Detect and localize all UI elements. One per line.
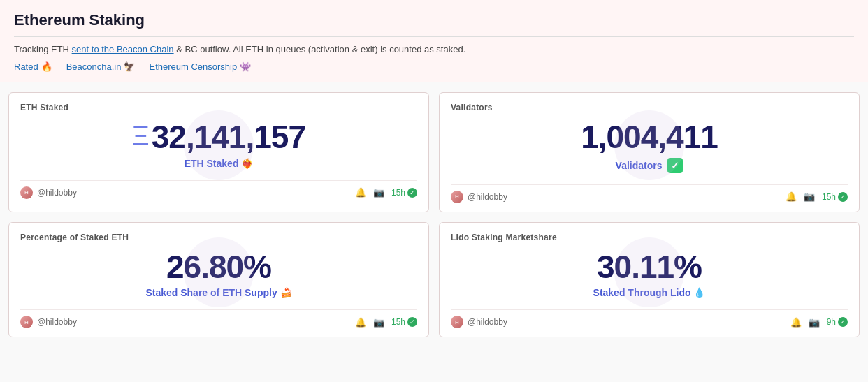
avatar: H (451, 191, 463, 203)
bell-icon[interactable]: 🔔 (355, 316, 366, 328)
beacon-chain-link[interactable]: sent to the Beacon Chain (72, 44, 174, 54)
time-value: 9h (827, 317, 836, 327)
censorship-link[interactable]: Ethereum Censorship 👾 (149, 61, 251, 72)
links-row: Rated 🔥 Beaconcha.in 🦅 Ethereum Censorsh… (14, 61, 854, 72)
time-value: 15h (391, 188, 405, 198)
lido-label: Lido Staking Marketshare (451, 233, 848, 242)
lido-footer-right: 🔔 📷 9h ✓ (790, 316, 848, 328)
time-badge: 15h ✓ (822, 192, 848, 202)
header-section: Ethereum Staking Tracking ETH sent to th… (0, 0, 868, 82)
eth-staked-value: Ξ 32,141,157 (20, 119, 417, 155)
avatar: H (20, 316, 33, 328)
staked-pct-value: 26.80% (20, 249, 417, 285)
tracking-pre: Tracking ETH (14, 44, 72, 54)
avatar: H (20, 186, 33, 199)
lido-sub-label: Staked Through Lido 💧 (451, 287, 848, 298)
lido-value: 30.11% (451, 249, 848, 285)
staked-pct-number: 26.80% (166, 249, 271, 285)
beaconchain-link[interactable]: Beaconcha.in 🦅 (66, 61, 136, 72)
bell-icon[interactable]: 🔔 (790, 316, 802, 328)
header-divider (14, 36, 854, 37)
lido-footer: H @hildobby 🔔 📷 9h ✓ (451, 309, 848, 328)
eth-staked-footer: H @hildobby 🔔 📷 15h ✓ (20, 180, 417, 199)
eth-staked-label: ETH Staked (20, 103, 417, 112)
camera-icon[interactable]: 📷 (373, 187, 384, 198)
camera-icon[interactable]: 📷 (809, 316, 820, 328)
staked-pct-footer: H @hildobby 🔔 📷 15h ✓ (20, 309, 417, 328)
check-icon: ✓ (407, 188, 417, 198)
beaconchain-label: Beaconcha.in (66, 61, 122, 72)
eth-staked-emoji: ❤️‍🔥 (241, 158, 253, 169)
lido-emoji: 💧 (693, 287, 705, 298)
lido-card: Lido Staking Marketshare 30.11% Staked T… (439, 222, 860, 338)
lido-number: 30.11% (597, 249, 702, 285)
bell-icon[interactable]: 🔔 (355, 187, 366, 198)
time-badge: 15h ✓ (391, 317, 417, 327)
eth-staked-number: 32,141,157 (152, 119, 305, 155)
check-icon: ✓ (838, 192, 848, 202)
beaconchain-icon: 🦅 (124, 61, 135, 72)
eth-staked-sub-label: ETH Staked ❤️‍🔥 (20, 158, 417, 169)
rated-icon: 🔥 (41, 61, 52, 72)
staked-pct-label: Percentage of Staked ETH (20, 233, 417, 242)
bell-icon[interactable]: 🔔 (786, 191, 797, 203)
eth-staked-card: ETH Staked Ξ 32,141,157 ETH Staked ❤️‍🔥 … (8, 92, 429, 212)
validators-value: 1,004,411 (451, 119, 848, 155)
camera-icon[interactable]: 📷 (804, 191, 815, 203)
time-badge: 15h ✓ (391, 188, 417, 198)
lido-user: @hildobby (468, 317, 507, 327)
cards-grid: ETH Staked Ξ 32,141,157 ETH Staked ❤️‍🔥 … (0, 82, 868, 347)
eth-staked-user: @hildobby (37, 188, 77, 198)
validators-footer-left: H @hildobby (451, 191, 507, 203)
validators-label: Validators (451, 103, 848, 112)
camera-icon[interactable]: 📷 (373, 316, 384, 328)
validators-number: 1,004,411 (581, 119, 718, 155)
validators-footer: H @hildobby 🔔 📷 15h ✓ (451, 184, 848, 203)
validators-user: @hildobby (468, 192, 507, 202)
censorship-label: Ethereum Censorship (149, 61, 237, 72)
time-badge: 9h ✓ (827, 317, 848, 327)
eth-staked-footer-left: H @hildobby (20, 186, 77, 199)
validators-footer-right: 🔔 📷 15h ✓ (786, 191, 848, 203)
tracking-text: Tracking ETH sent to the Beacon Chain & … (14, 44, 854, 54)
page-title: Ethereum Staking (14, 11, 854, 29)
censorship-icon: 👾 (240, 61, 251, 72)
tracking-post: & BC outflow. All ETH in queues (activat… (176, 44, 465, 54)
staked-pct-sub-label: Staked Share of ETH Supply 🍰 (20, 287, 417, 298)
eth-staked-footer-right: 🔔 📷 15h ✓ (355, 187, 417, 198)
validators-check-icon: ✓ (667, 158, 683, 173)
lido-footer-left: H @hildobby (451, 316, 507, 328)
staked-pct-user: @hildobby (37, 317, 77, 327)
rated-label: Rated (14, 61, 38, 72)
validators-sub-label: Validators ✓ (451, 158, 848, 173)
eth-symbol: Ξ (132, 122, 149, 152)
staked-pct-footer-right: 🔔 📷 15h ✓ (355, 316, 417, 328)
validators-card: Validators 1,004,411 Validators ✓ H @hil… (439, 92, 860, 212)
time-value: 15h (391, 317, 405, 327)
check-icon: ✓ (838, 317, 848, 327)
check-icon: ✓ (407, 317, 417, 327)
rated-link[interactable]: Rated 🔥 (14, 61, 52, 72)
time-value: 15h (822, 192, 836, 202)
staked-pct-footer-left: H @hildobby (20, 316, 77, 328)
staked-pct-card: Percentage of Staked ETH 26.80% Staked S… (8, 222, 429, 338)
avatar: H (451, 316, 463, 328)
staked-pct-emoji: 🍰 (280, 287, 292, 298)
